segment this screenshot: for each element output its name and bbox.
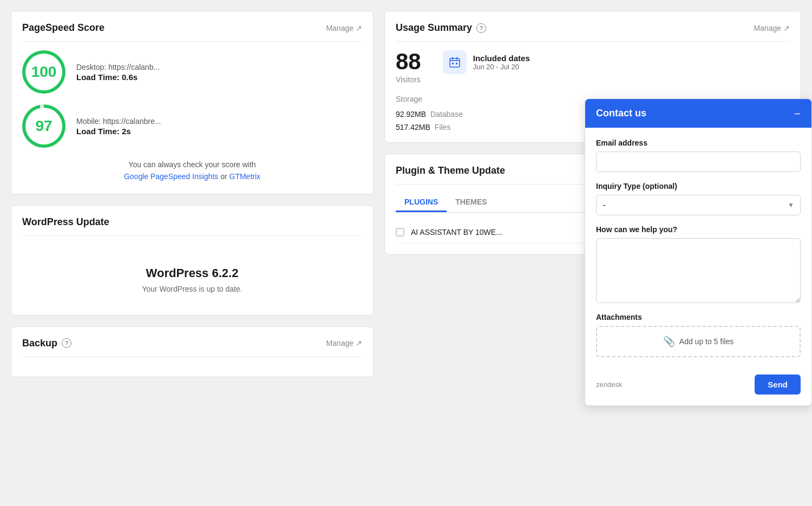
desktop-score-row: 100 Desktop: https://calanb... Load Time… bbox=[22, 50, 362, 94]
wp-update-header: WordPress Update bbox=[22, 216, 362, 236]
desktop-url: Desktop: https://calanb... bbox=[76, 63, 160, 71]
dates-title: Included dates bbox=[473, 54, 530, 63]
files-label: Files bbox=[435, 123, 451, 132]
email-label: Email address bbox=[596, 139, 801, 147]
wp-update-card: WordPress Update WordPress 6.2.2 Your Wo… bbox=[11, 205, 374, 316]
database-value: 92.92MB bbox=[396, 110, 426, 119]
usage-title-group: Usage Summary ? bbox=[396, 22, 486, 34]
tab-plugins[interactable]: PLUGINS bbox=[396, 193, 447, 212]
pagespeed-title: PageSpeed Score bbox=[22, 22, 104, 34]
contact-panel: Contact us − Email address Inquiry Type … bbox=[585, 98, 812, 406]
inquiry-select-wrapper: - ▼ bbox=[596, 195, 801, 215]
help-group: How can we help you? bbox=[596, 225, 801, 303]
send-button[interactable]: Send bbox=[755, 374, 801, 395]
svg-rect-0 bbox=[450, 58, 460, 67]
mobile-score-info: Mobile: https://calanbre... Load Time: 2… bbox=[76, 117, 161, 136]
mobile-score-row: 97 Mobile: https://calanbre... Load Time… bbox=[22, 104, 362, 148]
mobile-score-circle: 97 bbox=[22, 104, 66, 148]
contact-header: Contact us − bbox=[585, 99, 811, 128]
svg-rect-1 bbox=[452, 63, 454, 64]
backup-card: Backup ? Manage ↗ bbox=[11, 326, 374, 377]
manage-arrow-icon: ↗ bbox=[356, 24, 362, 32]
tab-themes[interactable]: THEMES bbox=[447, 193, 495, 212]
usage-help-icon[interactable]: ? bbox=[476, 23, 486, 33]
visitors-label: Visitors bbox=[396, 75, 421, 84]
dates-text: Included dates Jun 20 - Jul 20 bbox=[473, 54, 530, 71]
inquiry-select[interactable]: - bbox=[596, 195, 801, 215]
wp-version: WordPress 6.2.2 bbox=[146, 266, 239, 280]
inquiry-label: Inquiry Type (optional) bbox=[596, 182, 801, 190]
files-value: 517.42MB bbox=[396, 123, 430, 132]
inquiry-group: Inquiry Type (optional) - ▼ bbox=[596, 182, 801, 215]
gtmetrix-link[interactable]: GTMetrix bbox=[230, 172, 261, 181]
usage-title: Usage Summary bbox=[396, 22, 472, 34]
dates-block: Included dates Jun 20 - Jul 20 bbox=[443, 50, 530, 74]
desktop-score-circle: 100 bbox=[22, 50, 66, 94]
attachments-group: Attachments 📎 Add up to 5 files bbox=[596, 313, 801, 357]
usage-header: Usage Summary ? Manage ↗ bbox=[396, 22, 790, 42]
help-label: How can we help you? bbox=[596, 225, 801, 234]
attachments-text: Add up to 5 files bbox=[679, 337, 734, 346]
mobile-loadtime: Load Time: 2s bbox=[76, 127, 161, 136]
attachments-label: Attachments bbox=[596, 313, 801, 321]
dates-range: Jun 20 - Jul 20 bbox=[473, 63, 530, 71]
wp-status: Your WordPress is up to date. bbox=[142, 285, 242, 293]
contact-close-button[interactable]: − bbox=[794, 108, 801, 119]
pagespeed-insights-link[interactable]: Google PageSpeed Insights bbox=[124, 172, 218, 181]
attachments-box[interactable]: 📎 Add up to 5 files bbox=[596, 326, 801, 357]
backup-manage-link[interactable]: Manage ↗ bbox=[326, 339, 362, 347]
help-textarea[interactable] bbox=[596, 238, 801, 303]
contact-footer: zendesk Send bbox=[585, 368, 811, 405]
calendar-icon bbox=[443, 50, 467, 74]
backup-header: Backup ? Manage ↗ bbox=[22, 338, 362, 357]
contact-body: Email address Inquiry Type (optional) - … bbox=[585, 128, 811, 368]
desktop-loadtime: Load Time: 0.6s bbox=[76, 73, 160, 82]
desktop-score-info: Desktop: https://calanb... Load Time: 0.… bbox=[76, 63, 160, 82]
pagespeed-manage-link[interactable]: Manage ↗ bbox=[326, 24, 362, 32]
backup-help-icon[interactable]: ? bbox=[62, 338, 71, 348]
pagespeed-scores: 100 Desktop: https://calanb... Load Time… bbox=[22, 50, 362, 148]
email-group: Email address bbox=[596, 139, 801, 172]
email-input[interactable] bbox=[596, 152, 801, 172]
paperclip-icon: 📎 bbox=[663, 336, 675, 347]
database-label: Database bbox=[430, 110, 463, 119]
pagespeed-header: PageSpeed Score Manage ↗ bbox=[22, 22, 362, 42]
wp-update-content: WordPress 6.2.2 Your WordPress is up to … bbox=[22, 245, 362, 304]
backup-title: Backup ? bbox=[22, 338, 71, 349]
pagespeed-footer: You can always check your score with Goo… bbox=[22, 159, 362, 183]
contact-title: Contact us bbox=[596, 108, 646, 119]
backup-manage-arrow-icon: ↗ bbox=[356, 339, 362, 347]
plugin-checkbox[interactable] bbox=[396, 228, 404, 236]
usage-manage-arrow-icon: ↗ bbox=[783, 24, 790, 32]
plugin-theme-title: Plugin & Theme Update bbox=[396, 165, 505, 176]
usage-manage-link[interactable]: Manage ↗ bbox=[754, 24, 790, 32]
usage-stats: 88 Visitors Included date bbox=[396, 50, 790, 84]
visitors-block: 88 Visitors bbox=[396, 50, 421, 84]
plugin-name: AI ASSISTANT BY 10WE... bbox=[411, 228, 502, 236]
pagespeed-card: PageSpeed Score Manage ↗ 100 Desktop: ht… bbox=[11, 11, 374, 194]
mobile-url: Mobile: https://calanbre... bbox=[76, 117, 161, 126]
wp-update-title: WordPress Update bbox=[22, 216, 109, 228]
visitors-count: 88 bbox=[396, 50, 421, 73]
zendesk-label: zendesk bbox=[596, 380, 622, 389]
svg-rect-2 bbox=[456, 63, 457, 64]
